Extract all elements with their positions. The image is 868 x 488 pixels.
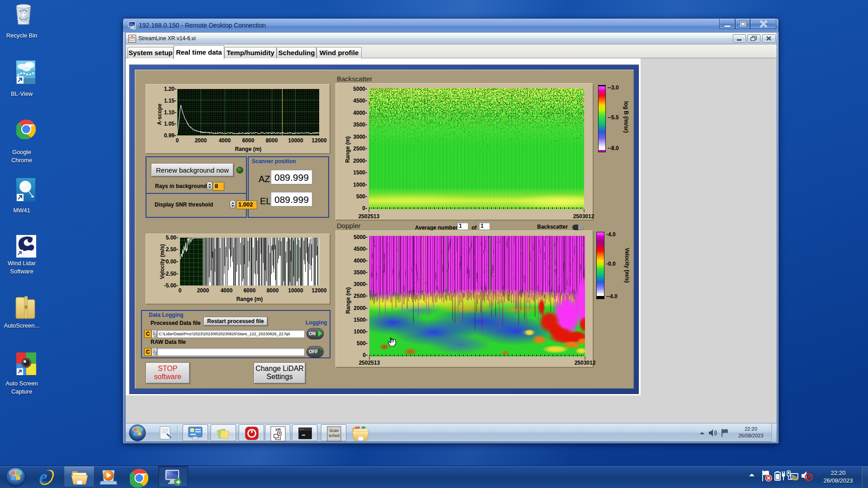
svg-text:XR: XR: [275, 427, 281, 432]
svg-text:sched: sched: [329, 433, 340, 438]
svg-text:Scan: Scan: [330, 428, 339, 433]
svg-text:c:\: c:\: [300, 428, 304, 431]
